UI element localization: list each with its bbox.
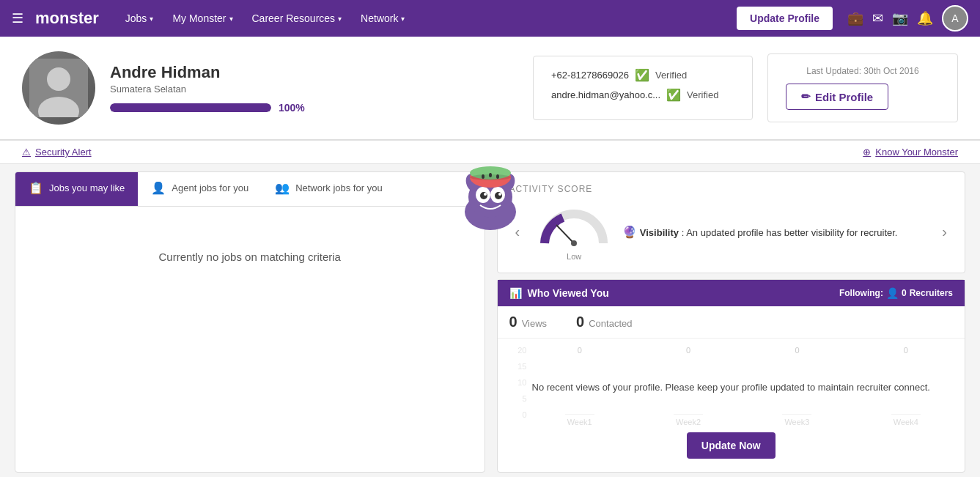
nav-career-resources[interactable]: Career Resources ▾ [243,0,351,37]
video-icon[interactable]: 📷 [892,10,908,26]
nav-network[interactable]: Network ▾ [352,0,413,37]
security-alert-link[interactable]: ⚠ Security Alert [22,147,92,158]
chevron-down-icon: ▾ [229,15,233,23]
jobs-empty-message: Currently no jobs on matching criteria [15,207,485,307]
phone-verified-label: Verified [655,70,687,81]
tab-agent-jobs[interactable]: 👤 Agent jobs for you [138,172,262,206]
email-verified-icon: ✅ [666,88,681,102]
nav-my-monster[interactable]: My Monster ▾ [163,0,241,37]
tab-jobs-you-may-like[interactable]: 📋 Jobs you may like [15,172,138,206]
nav-jobs[interactable]: Jobs ▾ [117,0,163,37]
know-your-monster-link[interactable]: ⊕ Know Your Monster [863,147,958,158]
mail-icon[interactable]: ✉ [872,10,883,26]
nav-links: Jobs ▾ My Monster ▾ Career Resources ▾ N… [117,0,731,37]
progress-row: 100% [110,102,518,114]
email-verified-label: Verified [687,89,718,100]
jobs-tab-icon: 📋 [29,181,43,195]
contacted-count: 0 [576,314,584,330]
chart-overlay-message: No recent views of your profile. Please … [498,339,965,435]
agent-tab-icon: 👤 [151,181,166,195]
bell-icon[interactable]: 🔔 [917,10,933,26]
email-row: andre.hidman@yahoo.c... ✅ Verified [551,88,734,102]
info-icon: ⊕ [863,147,871,158]
chart-area: No recent views of your profile. Please … [498,339,965,472]
phone-number: +62-81278669026 [551,70,629,81]
progress-bar [110,103,271,112]
nav-icons: 💼 ✉ 📷 🔔 A [847,5,968,32]
visibility-dot-icon: 🔮 [622,226,637,238]
bar-chart-icon: 📊 [509,287,522,299]
profile-header: Andre Hidman Sumatera Selatan 100% +62-8… [0,37,980,140]
chevron-down-icon: ▾ [338,15,342,23]
person-icon: 👤 [886,287,899,299]
contacted-label: Contacted [589,318,632,329]
edit-profile-button[interactable]: ✏ Edit Profile [786,84,888,110]
svg-line-19 [556,225,574,243]
svg-point-20 [571,240,577,246]
jobs-panel: 📋 Jobs you may like 👤 Agent jobs for you… [15,171,485,473]
activity-score-title: ACTIVITY SCORE [509,184,954,194]
profile-location: Sumatera Selatan [110,84,518,95]
svg-point-17 [489,173,492,177]
profile-edit-box: Last Updated: 30th Oct 2016 ✏ Edit Profi… [767,53,958,122]
avatar[interactable]: A [942,5,968,32]
profile-name: Andre Hidman [110,63,518,82]
activity-score-box: ACTIVITY SCORE ‹ Low 🔮 [497,171,966,273]
hamburger-icon[interactable]: ☰ [12,10,23,26]
score-row: ‹ Low 🔮 Visibility [509,203,954,261]
profile-contact-box: +62-81278669026 ✅ Verified andre.hidman@… [533,56,753,120]
next-arrow-button[interactable]: › [936,221,953,243]
prev-arrow-button[interactable]: ‹ [509,221,526,243]
warning-icon: ⚠ [22,147,31,158]
who-viewed-header: 📊 Who Viewed You Following: 👤 0 Recruite… [498,280,965,306]
progress-percent: 100% [279,102,305,114]
views-col: 0 Views [509,314,548,330]
edit-icon: ✏ [801,90,811,103]
network-tab-icon: 👥 [275,181,290,195]
visibility-info: 🔮 Visibility : An updated profile has be… [622,225,924,239]
gauge-container: Low [537,203,611,261]
last-updated: Last Updated: 30th Oct 2016 [786,66,940,76]
right-panel: ACTIVITY SCORE ‹ Low 🔮 [497,171,966,473]
avatar-image [29,59,88,117]
gauge-chart [537,203,611,247]
briefcase-icon[interactable]: 💼 [847,10,863,26]
email-address: andre.hidman@yahoo.c... [551,89,660,100]
svg-point-1 [47,67,70,91]
views-count: 0 [509,314,517,330]
phone-verified-icon: ✅ [635,68,649,82]
chevron-down-icon: ▾ [150,15,153,23]
contacted-col: 0 Contacted [576,314,632,330]
phone-row: +62-81278669026 ✅ Verified [551,68,734,82]
security-bar: ⚠ Security Alert ⊕ Know Your Monster [0,140,980,164]
gauge-label: Low [537,252,611,261]
views-row: 0 Views 0 Contacted [498,306,965,339]
tab-network-jobs[interactable]: 👥 Network jobs for you [262,172,396,206]
profile-avatar [22,51,95,125]
profile-info: Andre Hidman Sumatera Selatan 100% [110,63,518,114]
views-label: Views [522,318,547,329]
chevron-down-icon: ▾ [401,15,405,23]
jobs-tabs: 📋 Jobs you may like 👤 Agent jobs for you… [15,172,485,207]
logo: monster [35,9,99,28]
main-content: 📋 Jobs you may like 👤 Agent jobs for you… [0,164,980,477]
navbar: ☰ monster Jobs ▾ My Monster ▾ Career Res… [0,0,980,37]
who-viewed-box: 📊 Who Viewed You Following: 👤 0 Recruite… [497,279,966,473]
following-info: Following: 👤 0 Recruiters [839,287,953,299]
update-profile-button[interactable]: Update Profile [737,7,833,30]
update-now-button[interactable]: Update Now [687,432,775,459]
progress-fill [110,103,271,112]
